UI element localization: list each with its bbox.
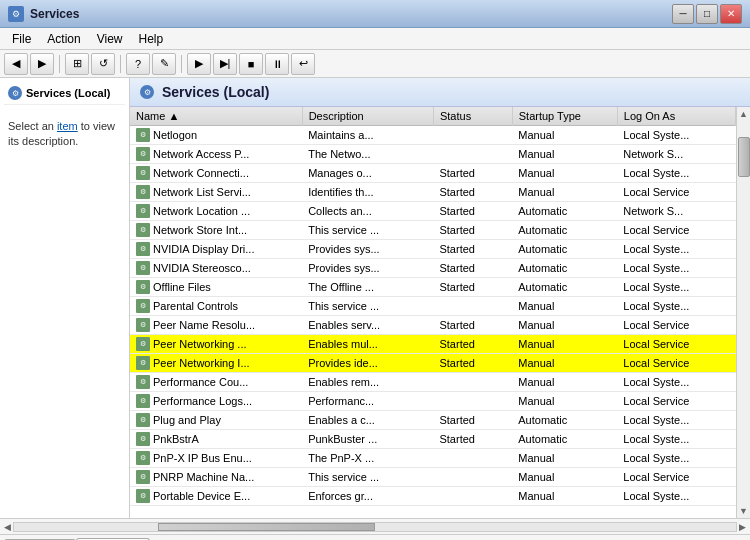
left-panel-header: ⚙ Services (Local) bbox=[4, 82, 125, 105]
table-row[interactable]: ⚙Portable Device E...Enforces gr...Manua… bbox=[130, 487, 736, 506]
service-icon: ⚙ bbox=[136, 413, 150, 427]
table-row[interactable]: ⚙Performance Cou...Enables rem...ManualL… bbox=[130, 373, 736, 392]
table-row[interactable]: ⚙Peer Name Resolu...Enables serv...Start… bbox=[130, 316, 736, 335]
service-status: Started bbox=[433, 430, 512, 449]
service-name: Offline Files bbox=[153, 281, 211, 293]
service-icon: ⚙ bbox=[136, 489, 150, 503]
show-hide-button[interactable]: ⊞ bbox=[65, 53, 89, 75]
service-startup: Manual bbox=[512, 316, 617, 335]
service-logon: Local Syste... bbox=[617, 240, 735, 259]
main-content: ⚙ Services (Local) Select an item to vie… bbox=[0, 78, 750, 518]
col-header-status[interactable]: Status bbox=[433, 107, 512, 126]
table-row[interactable]: ⚙Network Connecti...Manages o...StartedM… bbox=[130, 164, 736, 183]
close-button[interactable]: ✕ bbox=[720, 4, 742, 24]
table-row[interactable]: ⚙PnkBstrAPunkBuster ...StartedAutomaticL… bbox=[130, 430, 736, 449]
forward-button[interactable]: ▶ bbox=[30, 53, 54, 75]
service-icon: ⚙ bbox=[136, 185, 150, 199]
service-desc: Enables mul... bbox=[302, 335, 433, 354]
service-icon: ⚙ bbox=[136, 147, 150, 161]
service-name: Peer Name Resolu... bbox=[153, 319, 255, 331]
service-logon: Local Syste... bbox=[617, 373, 735, 392]
service-logon: Local Service bbox=[617, 354, 735, 373]
table-row[interactable]: ⚙Network Location ...Collects an...Start… bbox=[130, 202, 736, 221]
title-bar: ⚙ Services ─ □ ✕ bbox=[0, 0, 750, 28]
table-row[interactable]: ⚙Network Access P...The Netwo...ManualNe… bbox=[130, 145, 736, 164]
help-icon-btn[interactable]: ? bbox=[126, 53, 150, 75]
service-name: PnP-X IP Bus Enu... bbox=[153, 452, 252, 464]
service-startup: Manual bbox=[512, 126, 617, 145]
stop-button[interactable]: ■ bbox=[239, 53, 263, 75]
service-icon: ⚙ bbox=[136, 394, 150, 408]
service-icon: ⚙ bbox=[136, 451, 150, 465]
service-desc: Manages o... bbox=[302, 164, 433, 183]
table-row[interactable]: ⚙NetlogonMaintains a...ManualLocal Syste… bbox=[130, 126, 736, 145]
table-row[interactable]: ⚙Plug and PlayEnables a c...StartedAutom… bbox=[130, 411, 736, 430]
services-table-container: Name ▲ Description Status Startup Type L… bbox=[130, 107, 736, 518]
service-icon: ⚙ bbox=[136, 280, 150, 294]
service-desc: This service ... bbox=[302, 468, 433, 487]
service-status: Started bbox=[433, 259, 512, 278]
service-startup: Manual bbox=[512, 373, 617, 392]
service-status: Started bbox=[433, 278, 512, 297]
table-row[interactable]: ⚙Offline FilesThe Offline ...StartedAuto… bbox=[130, 278, 736, 297]
service-logon: Local Service bbox=[617, 468, 735, 487]
service-name: Peer Networking I... bbox=[153, 357, 250, 369]
menu-file[interactable]: File bbox=[4, 30, 39, 48]
refresh-button[interactable]: ↺ bbox=[91, 53, 115, 75]
service-desc: The Offline ... bbox=[302, 278, 433, 297]
service-status bbox=[433, 468, 512, 487]
menu-bar: File Action View Help bbox=[0, 28, 750, 50]
col-header-desc[interactable]: Description bbox=[302, 107, 433, 126]
service-icon: ⚙ bbox=[136, 299, 150, 313]
service-name: Network Connecti... bbox=[153, 167, 249, 179]
service-icon: ⚙ bbox=[136, 318, 150, 332]
service-desc: Provides sys... bbox=[302, 259, 433, 278]
table-row[interactable]: ⚙NVIDIA Display Dri...Provides sys...Sta… bbox=[130, 240, 736, 259]
table-row[interactable]: ⚙NVIDIA Stereosco...Provides sys...Start… bbox=[130, 259, 736, 278]
menu-view[interactable]: View bbox=[89, 30, 131, 48]
service-desc: Provides sys... bbox=[302, 240, 433, 259]
table-row[interactable]: ⚙Network Store Int...This service ...Sta… bbox=[130, 221, 736, 240]
menu-action[interactable]: Action bbox=[39, 30, 88, 48]
service-icon: ⚙ bbox=[136, 223, 150, 237]
minimize-button[interactable]: ─ bbox=[672, 4, 694, 24]
col-header-logon[interactable]: Log On As bbox=[617, 107, 735, 126]
menu-help[interactable]: Help bbox=[131, 30, 172, 48]
properties-button[interactable]: ✎ bbox=[152, 53, 176, 75]
service-desc: The PnP-X ... bbox=[302, 449, 433, 468]
col-header-name[interactable]: Name ▲ bbox=[130, 107, 302, 126]
table-row[interactable]: ⚙Parental ControlsThis service ...Manual… bbox=[130, 297, 736, 316]
service-startup: Manual bbox=[512, 487, 617, 506]
scroll-thumb[interactable] bbox=[738, 137, 750, 177]
toolbar: ◀ ▶ ⊞ ↺ ? ✎ ▶ ▶| ■ ⏸ ↩ bbox=[0, 50, 750, 78]
back-button[interactable]: ◀ bbox=[4, 53, 28, 75]
maximize-button[interactable]: □ bbox=[696, 4, 718, 24]
service-name: Peer Networking ... bbox=[153, 338, 247, 350]
table-row[interactable]: ⚙Performance Logs...Performanc...ManualL… bbox=[130, 392, 736, 411]
left-panel-title: Services (Local) bbox=[26, 87, 110, 99]
play-button[interactable]: ▶ bbox=[187, 53, 211, 75]
service-desc: Performanc... bbox=[302, 392, 433, 411]
table-row[interactable]: ⚙PnP-X IP Bus Enu...The PnP-X ...ManualL… bbox=[130, 449, 736, 468]
service-status: Started bbox=[433, 221, 512, 240]
service-name: Netlogon bbox=[153, 129, 197, 141]
service-desc: Maintains a... bbox=[302, 126, 433, 145]
right-panel-title: Services (Local) bbox=[162, 84, 269, 100]
play-next-button[interactable]: ▶| bbox=[213, 53, 237, 75]
table-row[interactable]: ⚙PNRP Machine Na...This service ...Manua… bbox=[130, 468, 736, 487]
service-logon: Local Syste... bbox=[617, 278, 735, 297]
toolbar-separator-1 bbox=[59, 55, 60, 73]
service-name: PnkBstrA bbox=[153, 433, 199, 445]
table-row[interactable]: ⚙Peer Networking I...Provides ide...Star… bbox=[130, 354, 736, 373]
table-row[interactable]: ⚙Network List Servi...Identifies th...St… bbox=[130, 183, 736, 202]
col-header-startup[interactable]: Startup Type bbox=[512, 107, 617, 126]
service-desc: Enables a c... bbox=[302, 411, 433, 430]
table-row[interactable]: ⚙Peer Networking ...Enables mul...Starte… bbox=[130, 335, 736, 354]
restart-button[interactable]: ↩ bbox=[291, 53, 315, 75]
pause-button[interactable]: ⏸ bbox=[265, 53, 289, 75]
service-startup: Manual bbox=[512, 145, 617, 164]
service-startup: Automatic bbox=[512, 221, 617, 240]
service-status bbox=[433, 145, 512, 164]
scrollbar[interactable]: ▲ ▼ bbox=[736, 107, 750, 518]
service-status bbox=[433, 126, 512, 145]
